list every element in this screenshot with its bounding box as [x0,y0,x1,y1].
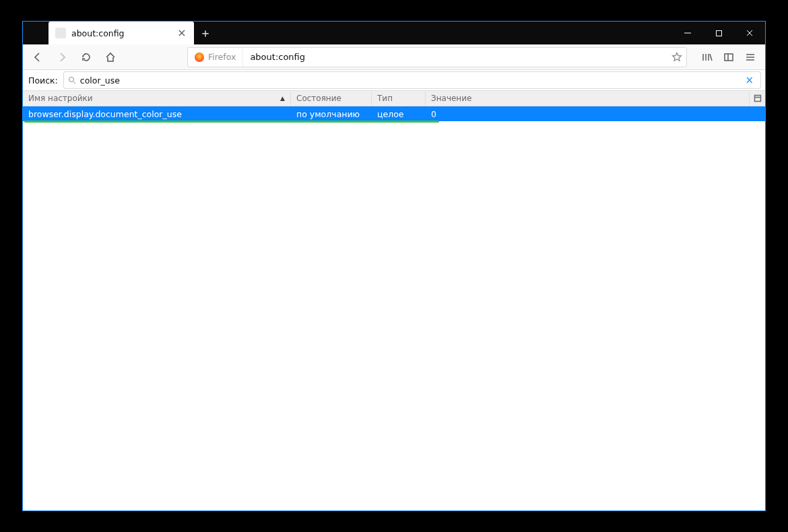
reload-button[interactable] [75,46,97,68]
sort-asc-icon: ▲ [280,95,285,102]
col-header-status[interactable]: Состояние [291,91,372,106]
window-controls [672,22,765,44]
star-icon [671,52,682,63]
config-search-input[interactable] [80,75,743,86]
urlbar-identity-box[interactable]: Firefox [188,48,243,67]
browser-tab[interactable]: about:config × [48,22,194,44]
svg-rect-8 [725,54,733,61]
minimize-icon [684,29,692,37]
tab-title: about:config [71,28,171,38]
close-icon [746,29,754,37]
library-icon [702,52,713,63]
firefox-icon [195,53,204,62]
close-tab-button[interactable]: × [176,28,187,38]
minimize-button[interactable] [672,22,703,44]
toolbar-right [696,46,761,68]
col-header-type[interactable]: Тип [372,91,426,106]
urlbar-identity-label: Firefox [208,52,236,62]
svg-point-13 [69,77,73,82]
config-search-label: Поиск: [27,75,58,86]
pref-status: по умолчанию [291,109,372,119]
col-header-name[interactable]: Имя настройки ▲ [23,91,291,106]
pref-type: целое [372,109,426,119]
config-search-field[interactable]: × [63,71,761,89]
back-arrow-icon [32,52,43,63]
titlebar: about:config × ＋ [23,22,765,44]
config-column-headers: Имя настройки ▲ Состояние Тип Значение [23,90,765,106]
clear-search-button[interactable]: × [742,74,756,86]
pref-value: 0 [426,109,765,119]
svg-rect-15 [754,96,760,102]
home-button[interactable] [100,46,121,68]
library-button[interactable] [696,46,718,68]
home-icon [105,52,116,63]
close-window-button[interactable] [734,22,765,44]
magnifier-icon [68,76,76,84]
bookmark-star-button[interactable] [667,48,686,67]
svg-line-7 [710,54,712,61]
sidebar-icon [723,52,734,63]
forward-arrow-icon [57,52,67,63]
svg-line-14 [73,81,75,84]
col-header-type-label: Тип [377,94,393,103]
maximize-icon [715,30,723,37]
annotation-highlight [24,121,439,123]
browser-window: about:config × ＋ [22,21,766,511]
urlbar-input[interactable] [243,52,667,62]
pref-row[interactable]: browser.display.document_color_use по ум… [23,106,765,121]
back-button[interactable] [27,46,48,68]
nav-toolbar: Firefox [23,44,765,70]
pref-name: browser.display.document_color_use [23,109,291,119]
new-tab-button[interactable]: ＋ [194,22,217,44]
reload-icon [81,52,92,63]
column-picker-icon [754,94,762,102]
forward-button[interactable] [51,46,73,68]
hamburger-icon [745,52,756,63]
col-header-status-label: Состояние [296,94,341,103]
urlbar[interactable]: Firefox [187,47,687,67]
app-menu-button[interactable] [740,46,761,68]
config-search-bar: Поиск: × [23,70,765,90]
col-header-value-label: Значение [431,94,471,103]
svg-rect-1 [716,30,721,36]
plus-icon: ＋ [199,25,211,41]
col-header-name-label: Имя настройки [28,94,93,103]
col-header-value[interactable]: Значение [426,91,749,106]
clear-icon: × [745,74,754,86]
tab-favicon-icon [55,28,66,38]
tab-drag-spacer[interactable] [23,22,48,44]
tabstrip: about:config × ＋ [23,22,672,44]
maximize-button[interactable] [703,22,734,44]
column-picker-button[interactable] [749,91,765,106]
config-results: browser.display.document_color_use по ум… [23,106,765,510]
sidebar-toggle-button[interactable] [718,46,740,68]
